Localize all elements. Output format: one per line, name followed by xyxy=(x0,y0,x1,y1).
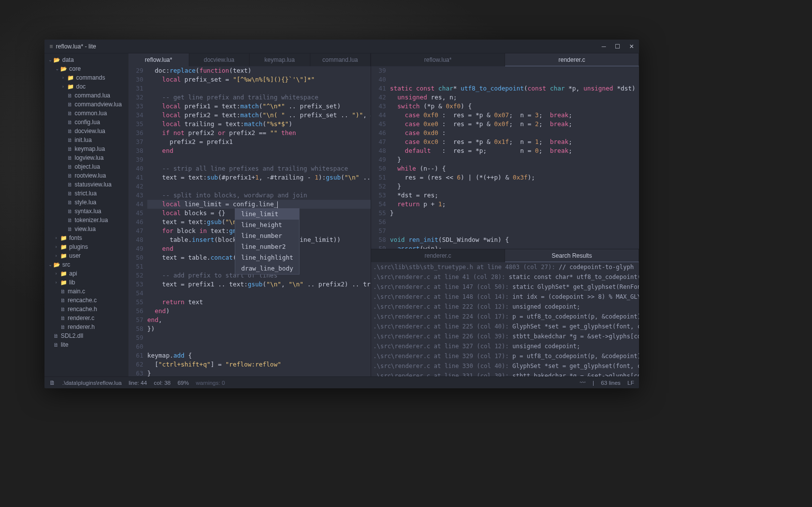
autocomplete-item[interactable]: line_number xyxy=(235,230,299,241)
code-line[interactable]: unsigned res, n; xyxy=(390,93,639,102)
code-line[interactable]: end) xyxy=(147,307,371,316)
autocomplete-item[interactable]: line_highlight xyxy=(235,252,299,263)
code-line[interactable]: return p + 1; xyxy=(390,200,639,209)
tree-file[interactable]: 🗎docview.lua xyxy=(44,127,128,136)
search-result[interactable]: .\src\renderer.c at line 331 (col 39): s… xyxy=(373,371,639,376)
tree-file[interactable]: 🗎syntax.lua xyxy=(44,207,128,216)
autocomplete-item[interactable]: line_number2 xyxy=(235,241,299,252)
code-line[interactable]: assert(win); xyxy=(390,244,639,249)
search-result[interactable]: .\src\renderer.c at line 41 (col 28): st… xyxy=(373,272,639,282)
tree-file[interactable]: 🗎init.lua xyxy=(44,136,128,144)
tree-file[interactable]: 🗎rencache.c xyxy=(44,296,128,305)
code-line[interactable] xyxy=(390,218,639,227)
tree-folder[interactable]: ›📁user xyxy=(44,251,128,260)
tree-folder[interactable]: ›📁lib xyxy=(44,278,128,287)
search-result[interactable]: .\src\renderer.c at line 148 (col 14): i… xyxy=(373,292,639,302)
code-line[interactable]: if not prefix2 or prefix2 == "" then xyxy=(147,129,371,138)
code-line[interactable]: prefix2 = prefix1 xyxy=(147,138,371,146)
tree-file[interactable]: 🗎common.lua xyxy=(44,109,128,118)
code-line[interactable]: case 0xd0 : xyxy=(390,129,639,138)
code-line[interactable]: local trailing = text:match("%s*$") xyxy=(147,120,371,129)
tab[interactable]: keymap.lua xyxy=(250,53,310,66)
search-result[interactable]: .\src\lib\stb\stb_truetype.h at line 480… xyxy=(373,262,639,272)
code-line[interactable]: *dst = res; xyxy=(390,191,639,200)
code-line[interactable] xyxy=(147,155,371,164)
tree-folder[interactable]: ⌄📂core xyxy=(44,64,128,73)
tree-folder[interactable]: ›📁api xyxy=(44,269,128,278)
minimize-button[interactable]: ─ xyxy=(601,43,606,50)
code-line[interactable]: } xyxy=(390,182,639,191)
tree-file[interactable]: 🗎logview.lua xyxy=(44,153,128,162)
autocomplete-item[interactable]: draw_line_body xyxy=(235,263,299,274)
tree-file[interactable]: 🗎renderer.h xyxy=(44,323,128,331)
tree-folder[interactable]: ⌄📂src xyxy=(44,260,128,269)
code-line[interactable]: void ren_init(SDL_Window *win) { xyxy=(390,235,639,244)
code-line[interactable]: switch (*p & 0xf0) { xyxy=(390,102,639,111)
autocomplete-popup[interactable]: line_limitline_heightline_numberline_num… xyxy=(235,208,299,275)
tree-file[interactable]: 🗎commandview.lua xyxy=(44,100,128,109)
code-line[interactable]: -- get line prefix and trailing whitespa… xyxy=(147,93,371,102)
search-result[interactable]: .\src\renderer.c at line 224 (col 17): p… xyxy=(373,312,639,322)
tree-folder[interactable]: ›📁doc xyxy=(44,82,128,91)
tree-folder[interactable]: ⌄📂data xyxy=(44,55,128,64)
code-line[interactable]: ["ctrl+shift+q"] = "reflow:reflow" xyxy=(147,360,371,369)
tree-file[interactable]: 🗎keymap.lua xyxy=(44,144,128,153)
tree-file[interactable]: 🗎rootview.lua xyxy=(44,171,128,180)
code-line[interactable]: while (n--) { xyxy=(390,164,639,173)
code-line[interactable]: }) xyxy=(147,324,371,333)
search-result[interactable]: .\src\renderer.c at line 225 (col 40): G… xyxy=(373,322,639,331)
tab[interactable]: docview.lua xyxy=(189,53,250,66)
search-result[interactable]: .\src\renderer.c at line 222 (col 12): u… xyxy=(373,302,639,312)
search-result[interactable]: .\src\renderer.c at line 226 (col 39): s… xyxy=(373,331,639,341)
code-line[interactable]: text = prefix1 .. text:gsub("\n", "\n" .… xyxy=(147,280,371,289)
close-button[interactable]: ✕ xyxy=(629,43,634,50)
code-line[interactable]: -- split into blocks, wordwrap and join xyxy=(147,191,371,200)
code-line[interactable] xyxy=(390,227,639,235)
code-line[interactable]: case 0xf0 : res = *p & 0x07; n = 3; brea… xyxy=(390,111,639,120)
code-line[interactable] xyxy=(147,182,371,191)
code-line[interactable] xyxy=(147,333,371,342)
tab[interactable]: renderer.c xyxy=(371,249,505,262)
tree-file[interactable]: 🗎object.lua xyxy=(44,162,128,171)
code-line[interactable]: local line_limit = config.line_ xyxy=(147,200,371,209)
code-line[interactable]: end xyxy=(147,146,371,155)
code-line[interactable]: keymap.add { xyxy=(147,351,371,360)
code-line[interactable]: local prefix2 = text:match("\n( " .. pre… xyxy=(147,111,371,120)
tab[interactable]: reflow.lua* xyxy=(371,53,505,66)
tree-file[interactable]: 🗎lite xyxy=(44,340,128,349)
tree-folder[interactable]: ›📁plugins xyxy=(44,242,128,251)
code-line[interactable] xyxy=(147,342,371,351)
code-line[interactable]: static const char* utf8_to_codepoint(con… xyxy=(390,84,639,93)
tree-file[interactable]: 🗎renderer.c xyxy=(44,314,128,323)
code-line[interactable]: text = text:sub(#prefix1+1, -#trailing -… xyxy=(147,173,371,182)
search-result[interactable]: .\src\renderer.c at line 327 (col 12): u… xyxy=(373,341,639,351)
code-editor-left[interactable]: 2930313233343536373839404142434445464748… xyxy=(128,66,371,376)
code-line[interactable]: } xyxy=(390,155,639,164)
code-line[interactable] xyxy=(147,289,371,298)
code-line[interactable]: local prefix_set = "[^%w\n%[%](){}`'\"]*… xyxy=(147,75,371,84)
code-line[interactable]: return text xyxy=(147,298,371,307)
search-result[interactable]: .\src\renderer.c at line 147 (col 50): s… xyxy=(373,282,639,292)
tab[interactable]: command.lua xyxy=(310,53,371,66)
tree-folder[interactable]: ›📁commands xyxy=(44,73,128,82)
tree-file[interactable]: 🗎style.lua xyxy=(44,198,128,207)
tree-file[interactable]: 🗎config.lua xyxy=(44,118,128,127)
code-line[interactable] xyxy=(147,84,371,93)
tab[interactable]: Search Results xyxy=(505,249,639,262)
tree-folder[interactable]: ›📁fonts xyxy=(44,233,128,242)
tree-file[interactable]: 🗎command.lua xyxy=(44,91,128,100)
autocomplete-item[interactable]: line_limit xyxy=(235,209,299,220)
code-line[interactable]: default : res = *p; n = 0; break; xyxy=(390,146,639,155)
search-results[interactable]: .\src\lib\stb\stb_truetype.h at line 480… xyxy=(371,262,639,376)
tree-file[interactable]: 🗎statusview.lua xyxy=(44,180,128,189)
tree-file[interactable]: 🗎view.lua xyxy=(44,225,128,233)
autocomplete-item[interactable]: line_height xyxy=(235,220,299,230)
code-line[interactable]: local prefix1 = text:match("^\n*" .. pre… xyxy=(147,102,371,111)
file-tree[interactable]: ⌄📂data⌄📂core›📁commands›📁doc🗎command.lua🗎… xyxy=(44,53,128,376)
code-line[interactable]: case 0xe0 : res = *p & 0x0f; n = 2; brea… xyxy=(390,120,639,129)
search-result[interactable]: .\src\renderer.c at line 330 (col 40): G… xyxy=(373,361,639,371)
code-editor-right[interactable]: 3940414243444546474849505152535455565758… xyxy=(371,66,639,249)
maximize-button[interactable]: ☐ xyxy=(615,43,620,50)
code-line[interactable] xyxy=(390,75,639,84)
tab[interactable]: renderer.c xyxy=(505,53,639,66)
